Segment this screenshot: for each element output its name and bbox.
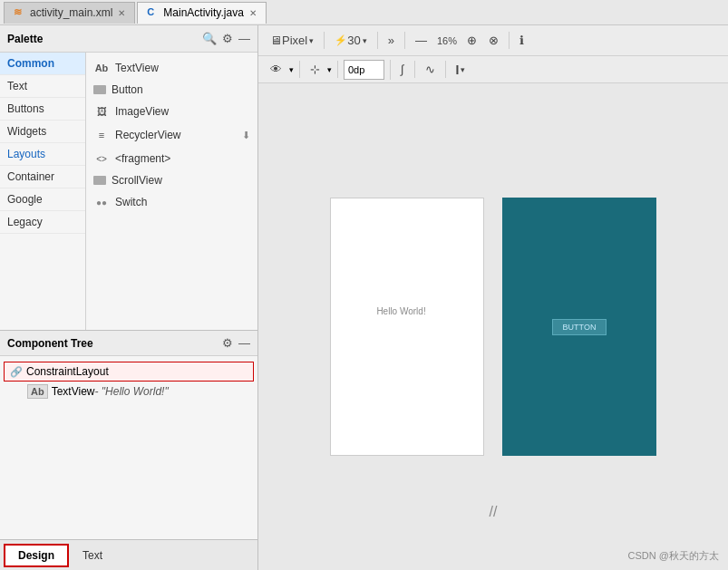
component-tree-minimize-icon[interactable]: — (238, 336, 250, 350)
category-legacy[interactable]: Legacy (0, 211, 85, 234)
toolbar-group-info: ℹ (515, 32, 534, 49)
palette-title: Palette (7, 33, 202, 45)
device-selector-btn[interactable]: 🖥 Pixel ▾ (266, 32, 318, 49)
palette-header-icons: 🔍 ⚙ — (202, 32, 250, 45)
component-tree-settings-icon[interactable]: ⚙ (222, 336, 233, 350)
watermark: CSDN @秋天的方太 (628, 549, 719, 563)
toolbar-group-dp (344, 60, 391, 80)
widget-scrollview-label: ScrollView (112, 174, 162, 187)
toolbar-group-wave: ∿ (421, 61, 446, 78)
tab-main-activity[interactable]: C MainActivity.java ✕ (137, 2, 266, 24)
bottom-tab-text[interactable]: Text (69, 545, 116, 566)
component-tree-title: Component Tree (7, 337, 222, 350)
widget-fragment-label: <fragment> (115, 152, 170, 165)
tree-textview-value: - "Hello World!" (94, 385, 168, 398)
editor-toolbar-row2: 👁 ▾ ⊹ ▾ ∫ ∿ I ▾ (258, 56, 728, 83)
api-selector-btn[interactable]: ⚡ 30 ▾ (330, 32, 371, 49)
tab-activity-main-close[interactable]: ✕ (118, 8, 125, 18)
dp-input[interactable] (344, 60, 384, 80)
category-common[interactable]: Common (0, 53, 85, 75)
widget-button[interactable]: Button (86, 80, 257, 100)
toolbar-group-zoom: — 16% ⊕ ⊗ (411, 32, 510, 49)
widget-switch[interactable]: ●● Switch (86, 190, 257, 214)
api-dropdown-arrow: ▾ (363, 36, 367, 45)
palette-header: Palette 🔍 ⚙ — (0, 25, 257, 53)
category-widgets[interactable]: Widgets (0, 121, 85, 143)
hello-world-text: Hello World! (376, 306, 425, 316)
left-panel: Palette 🔍 ⚙ — Common Text Buttons Widget… (0, 25, 258, 570)
editor-area: 🖥 Pixel ▾ ⚡ 30 ▾ » — 16% ⊕ ⊗ (258, 25, 728, 570)
category-buttons[interactable]: Buttons (0, 98, 85, 121)
pixel-dropdown-arrow: ▾ (309, 36, 314, 45)
zoom-in-btn[interactable]: ⊕ (462, 32, 481, 49)
tab-main-activity-close[interactable]: ✕ (249, 8, 257, 18)
api-icon: ⚡ (335, 34, 347, 46)
category-google[interactable]: Google (0, 188, 85, 211)
toolbar-group-cursor: ⊹ ▾ (306, 61, 338, 78)
widget-button-label: Button (112, 83, 143, 96)
phone-dark-button-text: BUTTON (563, 323, 597, 332)
zoom-fit-btn[interactable]: ⊗ (484, 32, 503, 49)
palette-settings-icon[interactable]: ⚙ (222, 32, 233, 45)
wave-btn[interactable]: ∿ (421, 61, 440, 78)
eye-dropdown: ▾ (289, 65, 294, 74)
canvas-container: Hello World! BUTTON (330, 198, 656, 456)
tab-activity-main[interactable]: ≋ activity_main.xml ✕ (4, 2, 135, 24)
phone-dark-button: BUTTON (552, 319, 607, 335)
cursor-btn[interactable]: ⊹ (306, 61, 325, 78)
category-layouts[interactable]: Layouts (0, 143, 85, 166)
phone-wireframe-light: Hello World! (330, 198, 484, 456)
tree-item-constraint-layout[interactable]: 🔗 ConstraintLayout (4, 362, 254, 382)
toolbar-group-api: ⚡ 30 ▾ (330, 32, 377, 49)
widget-textview[interactable]: Ab TextView (86, 56, 257, 80)
widget-scrollview[interactable]: ScrollView (86, 170, 257, 190)
eye-btn[interactable]: 👁 (266, 61, 286, 78)
tab-bar: ≋ activity_main.xml ✕ C MainActivity.jav… (0, 0, 728, 25)
bottom-tab-design[interactable]: Design (4, 544, 69, 567)
widget-list: Ab TextView Button 🖼 ImageView ≡ Recycle… (86, 53, 257, 330)
category-container[interactable]: Container (0, 166, 85, 188)
main-layout: Palette 🔍 ⚙ — Common Text Buttons Widget… (0, 25, 728, 570)
widget-switch-label: Switch (115, 196, 147, 208)
tab-main-activity-label: MainActivity.java (163, 6, 243, 19)
tree-textview-label: TextView (52, 385, 95, 398)
align-dropdown: ▾ (461, 65, 465, 74)
button-icon (93, 85, 106, 94)
category-list: Common Text Buttons Widgets Layouts Cont… (0, 53, 86, 330)
toolbar-group-device: 🖥 Pixel ▾ (266, 32, 325, 49)
tab-activity-main-label: activity_main.xml (30, 6, 112, 19)
widget-imageview-label: ImageView (115, 105, 169, 118)
widget-recyclerview[interactable]: ≡ RecyclerView ⬇ (86, 123, 257, 147)
palette-minimize-icon[interactable]: — (238, 32, 250, 45)
widget-fragment[interactable]: <> <fragment> (86, 147, 257, 170)
toolbar-group-more: » (383, 32, 405, 49)
canvas-area: Hello World! BUTTON // CSDN @秋天的方太 (258, 83, 728, 570)
phone-wireframe-dark: BUTTON (502, 198, 656, 456)
toolbar-group-align: I ▾ (451, 61, 476, 79)
palette-section: Palette 🔍 ⚙ — Common Text Buttons Widget… (0, 25, 257, 331)
align-icon: I (456, 63, 460, 77)
tree-item-textview[interactable]: Ab TextView - "Hello World!" (22, 382, 254, 401)
zoom-out-btn[interactable]: — (411, 32, 432, 49)
info-btn[interactable]: ℹ (515, 32, 529, 49)
path-btn[interactable]: ∫ (396, 61, 409, 78)
widget-textview-label: TextView (115, 62, 159, 74)
tree-item-constraint-label: ConstraintLayout (26, 365, 109, 378)
resize-handle[interactable]: // (490, 504, 498, 520)
align-btn[interactable]: I ▾ (451, 61, 471, 79)
imageview-icon: 🖼 (93, 103, 110, 120)
palette-search-icon[interactable]: 🔍 (202, 32, 217, 45)
widget-recyclerview-label: RecyclerView (115, 129, 180, 141)
zoom-percent: 16% (434, 35, 460, 46)
palette-body: Common Text Buttons Widgets Layouts Cont… (0, 53, 257, 330)
pixel-label: Pixel (282, 34, 307, 47)
device-icon: 🖥 (270, 34, 282, 47)
category-text[interactable]: Text (0, 75, 85, 98)
textview-icon: Ab (93, 60, 110, 76)
more-btn[interactable]: » (383, 32, 399, 49)
widget-imageview[interactable]: 🖼 ImageView (86, 100, 257, 123)
textview-tree-icon: Ab (27, 384, 48, 399)
download-icon[interactable]: ⬇ (242, 130, 250, 141)
constraint-layout-icon: 🔗 (10, 366, 23, 378)
toolbar-group-path: ∫ (396, 61, 415, 78)
